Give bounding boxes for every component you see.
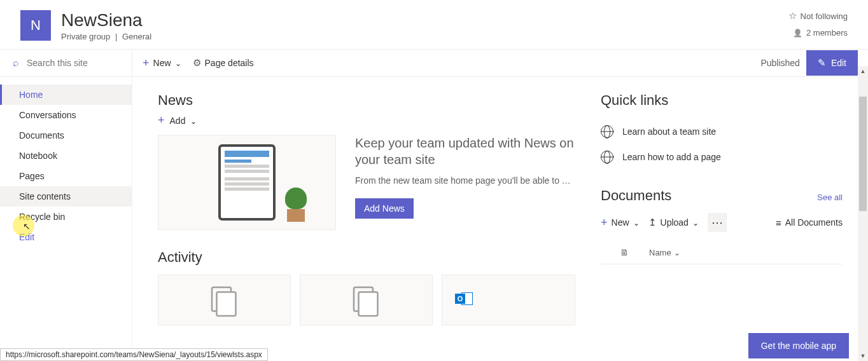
gear-icon bbox=[193, 57, 201, 69]
quicklink-label: Learn how to add a page bbox=[622, 152, 721, 162]
activity-card[interactable]: O bbox=[442, 275, 575, 325]
members-link[interactable]: 2 members bbox=[788, 28, 848, 37]
top-bar: ⌕ + New Page details Published Edit bbox=[0, 49, 868, 77]
nav-documents[interactable]: Documents bbox=[0, 125, 132, 146]
activity-card[interactable] bbox=[300, 275, 433, 325]
scroll-thumb[interactable] bbox=[859, 97, 867, 211]
person-icon bbox=[793, 28, 802, 37]
follow-toggle[interactable]: Not following bbox=[788, 10, 848, 22]
new-menu[interactable]: + New bbox=[143, 57, 181, 70]
documents-view-menu[interactable]: All Documents bbox=[776, 217, 843, 228]
news-illustration bbox=[158, 135, 336, 230]
add-news-button[interactable]: Add News bbox=[355, 198, 414, 219]
nav-site-contents[interactable]: Site contents bbox=[0, 186, 132, 207]
command-bar: + New Page details Published Edit bbox=[132, 50, 868, 76]
news-add-label: Add bbox=[170, 116, 186, 126]
chevron-down-icon bbox=[633, 217, 640, 228]
header-right: Not following 2 members bbox=[788, 10, 848, 44]
documents-see-all[interactable]: See all bbox=[817, 193, 843, 202]
nav-recycle-bin[interactable]: Recycle bin bbox=[0, 207, 132, 227]
quicklink-item[interactable]: Learn about a team site bbox=[601, 119, 843, 144]
search-input[interactable] bbox=[27, 58, 116, 68]
plus-icon: + bbox=[158, 114, 165, 127]
documents-upload-menu[interactable]: Upload bbox=[648, 217, 699, 228]
vertical-scrollbar[interactable]: ▲ ▼ bbox=[858, 66, 868, 361]
chevron-down-icon bbox=[674, 248, 680, 257]
members-label: 2 members bbox=[806, 28, 848, 37]
chevron-down-icon bbox=[175, 58, 181, 68]
search-box[interactable]: ⌕ bbox=[0, 50, 132, 76]
site-info: NewSiena Private group | General bbox=[61, 10, 151, 41]
get-mobile-app-button[interactable]: Get the mobile app bbox=[748, 333, 849, 358]
news-headline: Keep your team updated with News on your… bbox=[355, 135, 575, 168]
plus-icon: + bbox=[143, 57, 150, 70]
upload-icon bbox=[648, 217, 657, 228]
nav-pages[interactable]: Pages bbox=[0, 166, 132, 186]
star-icon bbox=[788, 10, 797, 22]
left-nav: Home Conversations Documents Notebook Pa… bbox=[0, 77, 132, 359]
side-column: Quick links Learn about a team site Lear… bbox=[601, 92, 843, 344]
ellipsis-icon bbox=[711, 215, 723, 229]
scroll-up-arrow[interactable]: ▲ bbox=[858, 66, 868, 76]
site-subtitle: Private group | General bbox=[61, 32, 151, 41]
outlook-icon: O bbox=[455, 292, 473, 308]
site-header: N NewSiena Private group | General Not f… bbox=[0, 0, 868, 49]
group-type: Private group bbox=[61, 32, 110, 41]
nav-conversations[interactable]: Conversations bbox=[0, 105, 132, 125]
name-column-header[interactable]: Name bbox=[649, 248, 671, 257]
edit-label: Edit bbox=[831, 58, 846, 68]
plus-icon: + bbox=[601, 216, 608, 229]
quicklink-label: Learn about a team site bbox=[622, 126, 716, 137]
nav-home[interactable]: Home bbox=[0, 85, 132, 105]
globe-icon bbox=[601, 151, 613, 163]
cursor-icon: ↖ bbox=[23, 221, 31, 231]
published-status: Published bbox=[760, 58, 800, 68]
channel-name[interactable]: General bbox=[122, 32, 151, 41]
activity-section-title: Activity bbox=[158, 249, 575, 266]
activity-cards: O bbox=[158, 275, 575, 325]
pencil-icon bbox=[818, 57, 826, 69]
separator: | bbox=[113, 32, 120, 41]
svg-rect-3 bbox=[358, 292, 377, 317]
documents-title: Documents bbox=[601, 187, 671, 204]
browser-status-bar: https://microsoft.sharepoint.com/teams/N… bbox=[0, 348, 268, 361]
page-content: News + Add bbox=[132, 77, 868, 359]
documents-new-label: New bbox=[612, 217, 629, 228]
quicklinks-list: Learn about a team site Learn how to add… bbox=[601, 119, 843, 170]
search-icon: ⌕ bbox=[13, 57, 19, 69]
site-logo[interactable]: N bbox=[20, 10, 51, 41]
main-column: News + Add bbox=[158, 92, 575, 344]
documents-upload-label: Upload bbox=[661, 217, 689, 228]
documents-overflow-menu[interactable] bbox=[708, 213, 727, 232]
activity-card[interactable] bbox=[158, 275, 291, 325]
news-description: From the new team site home page you'll … bbox=[355, 175, 575, 186]
site-title[interactable]: NewSiena bbox=[61, 10, 151, 31]
documents-header: Documents See all bbox=[601, 187, 843, 204]
nav-notebook[interactable]: Notebook bbox=[0, 146, 132, 166]
file-type-column-icon[interactable] bbox=[620, 247, 630, 257]
globe-icon bbox=[601, 125, 613, 138]
documents-toolbar: + New Upload All Documents bbox=[601, 213, 843, 232]
documents-all-label: All Documents bbox=[785, 217, 843, 228]
chevron-down-icon bbox=[692, 217, 699, 228]
quicklinks-title: Quick links bbox=[601, 92, 843, 109]
news-empty-state: Keep your team updated with News on your… bbox=[158, 135, 575, 230]
news-text: Keep your team updated with News on your… bbox=[355, 135, 575, 219]
edit-page-button[interactable]: Edit bbox=[806, 50, 858, 76]
body: Home Conversations Documents Notebook Pa… bbox=[0, 77, 868, 359]
documents-column-headers: Name bbox=[601, 241, 843, 264]
scroll-down-arrow[interactable]: ▼ bbox=[858, 351, 868, 361]
svg-rect-1 bbox=[216, 292, 235, 317]
page-details-label: Page details bbox=[205, 58, 254, 68]
page-details-button[interactable]: Page details bbox=[193, 57, 254, 69]
quicklink-item[interactable]: Learn how to add a page bbox=[601, 144, 843, 170]
nav-edit[interactable]: Edit bbox=[0, 227, 132, 247]
chevron-down-icon bbox=[190, 116, 197, 126]
new-label: New bbox=[153, 58, 171, 68]
news-add-menu[interactable]: + Add bbox=[158, 114, 575, 127]
follow-label: Not following bbox=[801, 11, 848, 21]
news-section-title: News bbox=[158, 92, 575, 109]
list-icon bbox=[776, 217, 781, 228]
documents-new-menu[interactable]: + New bbox=[601, 216, 640, 229]
